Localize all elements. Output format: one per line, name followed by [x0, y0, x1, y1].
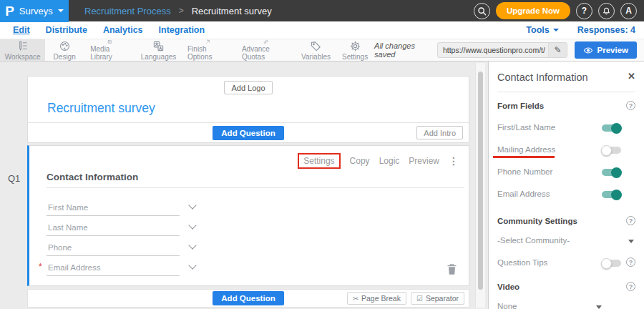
select-community-dropdown[interactable]: -Select Community- — [497, 236, 635, 247]
tab-edit[interactable]: Edit — [10, 25, 33, 35]
add-logo-button[interactable]: Add Logo — [224, 81, 272, 94]
chevron-down-icon[interactable] — [188, 201, 196, 209]
save-status: All changes saved — [374, 41, 430, 59]
add-intro-button[interactable]: Add Intro — [416, 126, 463, 139]
toggle-row-question-tips: Question Tips ? — [497, 258, 635, 270]
upgrade-now-button[interactable]: Upgrade Now — [496, 2, 570, 19]
palette-icon — [59, 40, 71, 52]
question-card: Settings Copy Logic Preview ⋮ Contact In… — [27, 145, 469, 286]
toolbar-item-media-library[interactable]: Media Library — [84, 39, 136, 61]
breadcrumb-parent[interactable]: Recruitment Process — [84, 6, 171, 16]
tools-label: Tools — [526, 25, 549, 35]
toolbar-item-variables[interactable]: Variables — [296, 39, 336, 61]
trash-icon — [447, 263, 457, 275]
help-icon[interactable]: ? — [626, 282, 635, 291]
survey-url-box: ✎ — [437, 42, 567, 58]
question-title-divider — [47, 187, 464, 188]
search-button[interactable] — [474, 3, 490, 19]
header-actions: Add Question Add Intro — [28, 122, 469, 142]
avatar[interactable]: A — [620, 3, 637, 19]
delete-question-button[interactable] — [447, 263, 457, 278]
nav-right: Tools Responses: 4 — [526, 25, 644, 35]
breadcrumb-separator: > — [179, 6, 184, 16]
toggle-row-phone-number: Phone Number — [497, 167, 635, 179]
canvas-scrollbar[interactable] — [475, 63, 485, 308]
separator-button[interactable]: ☑ Separator — [411, 292, 464, 305]
close-icon[interactable]: ✕ — [628, 71, 635, 82]
edit-url-icon[interactable]: ✎ — [548, 43, 566, 57]
image-icon — [104, 39, 116, 44]
question-tips-toggle[interactable] — [602, 260, 621, 267]
responses-count[interactable]: Responses: 4 — [577, 25, 635, 35]
chevron-down-icon[interactable] — [188, 241, 196, 249]
questionpro-logo: P — [5, 4, 14, 18]
help-button[interactable]: ? — [576, 3, 592, 19]
preview-button[interactable]: Preview — [575, 41, 637, 59]
chevron-down-icon — [58, 9, 64, 12]
eye-icon — [583, 46, 593, 54]
toolbar-item-workspace[interactable]: Workspace — [0, 39, 45, 61]
toolbar-right: All changes saved ✎ Preview — [374, 39, 644, 61]
gear-icon — [349, 40, 361, 52]
toolbar-item-finish-options[interactable]: Finish Options — [181, 39, 235, 61]
search-icon — [477, 6, 487, 16]
tools-menu[interactable]: Tools — [526, 25, 558, 35]
toolbar-item-languages[interactable]: Languages — [136, 39, 181, 61]
chevron-down-icon — [553, 29, 559, 31]
survey-title[interactable]: Recruitment survey — [47, 101, 155, 116]
tab-analytics[interactable]: Analytics — [100, 25, 146, 35]
field-email-address[interactable]: * Email Address — [47, 256, 180, 276]
email-address-toggle[interactable] — [602, 191, 621, 198]
question-preview-button[interactable]: Preview — [409, 156, 439, 166]
help-icon[interactable]: ? — [626, 216, 635, 225]
divider — [497, 92, 635, 92]
topbar: P Surveys Recruitment Process > Recruitm… — [0, 0, 644, 21]
toolbar-item-advance-quotas[interactable]: Advance Quotas — [235, 39, 296, 61]
panel-title: Contact Information — [497, 72, 588, 83]
add-question-button-top[interactable]: Add Question — [213, 126, 283, 140]
chain-links-icon — [260, 39, 272, 44]
survey-header-card: Add Logo Recruitment survey Add Question… — [27, 76, 469, 143]
field-last-name[interactable]: Last Name — [47, 216, 180, 236]
topbar-actions: Upgrade Now ? A — [474, 2, 644, 19]
notifications-button[interactable] — [598, 3, 615, 19]
community-settings-heading: Community Settings ? — [497, 217, 635, 225]
first-last-name-toggle[interactable] — [602, 124, 621, 132]
question-actions: Settings Copy Logic Preview ⋮ — [298, 153, 459, 169]
question-title[interactable]: Contact Information — [47, 172, 138, 182]
tag-icon — [310, 40, 322, 52]
question-number: Q1 — [8, 173, 20, 184]
chevron-down-icon[interactable] — [188, 261, 196, 269]
toolbar-item-settings[interactable]: Settings — [336, 39, 374, 61]
chevron-down-icon[interactable] — [188, 221, 196, 229]
translate-icon — [152, 40, 165, 52]
tab-integration[interactable]: Integration — [156, 25, 208, 35]
tab-distribute[interactable]: Distribute — [43, 25, 90, 35]
app-logo-menu[interactable]: P Surveys — [0, 0, 69, 22]
question-copy-button[interactable]: Copy — [350, 156, 370, 166]
field-first-name[interactable]: First Name — [47, 196, 180, 216]
toggle-row-first-last-name: First/Last Name — [497, 123, 635, 134]
chevron-down-icon — [596, 305, 602, 309]
video-heading: Video ? — [497, 283, 635, 291]
question-settings-button[interactable]: Settings — [298, 153, 340, 169]
help-icon[interactable]: ? — [626, 258, 635, 267]
page-break-button[interactable]: ✂ Page Break — [347, 292, 406, 305]
chevron-down-icon — [628, 240, 634, 243]
video-dropdown[interactable]: None — [497, 302, 635, 309]
workspace-icon — [16, 40, 29, 52]
canvas-footer-bar: Add Question ✂ Page Break ☑ Separator — [27, 289, 469, 308]
question-logic-button[interactable]: Logic — [379, 156, 400, 166]
field-phone[interactable]: Phone — [47, 236, 180, 256]
kebab-menu-icon[interactable]: ⋮ — [449, 155, 459, 167]
mailing-address-toggle[interactable] — [602, 147, 621, 154]
editor-toolbar: Workspace Design Media Library Languages… — [0, 39, 644, 62]
phone-number-toggle[interactable] — [602, 169, 621, 176]
add-question-button-bottom[interactable]: Add Question — [213, 291, 283, 305]
toolbar-item-design[interactable]: Design — [45, 39, 84, 61]
bell-icon — [602, 6, 611, 16]
scrollbar-thumb[interactable] — [478, 72, 483, 290]
scissors-icon: ✂ — [353, 295, 358, 303]
survey-url-input[interactable] — [438, 46, 549, 54]
help-icon[interactable]: ? — [626, 101, 635, 110]
